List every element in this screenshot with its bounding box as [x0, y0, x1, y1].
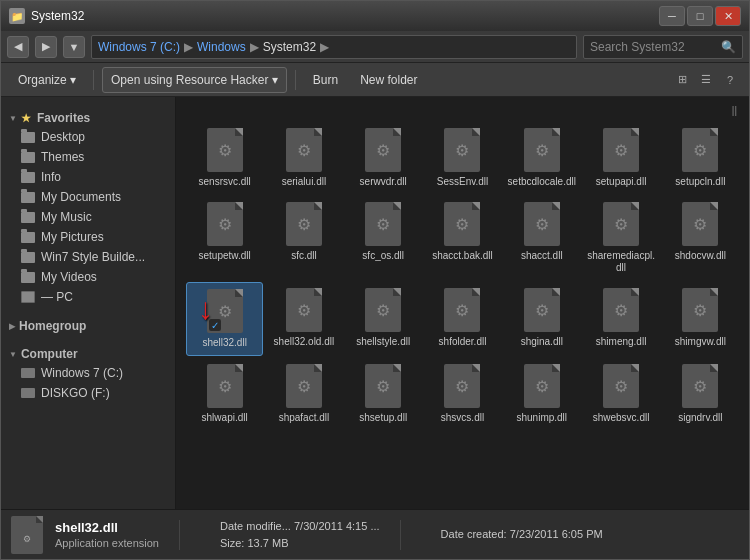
file-name: shimgvw.dll — [675, 336, 726, 348]
file-item[interactable]: ⚙shell32.dll — [186, 282, 263, 356]
grid-view-button[interactable]: ⊞ — [671, 69, 693, 91]
file-name: shsetup.dll — [359, 412, 407, 424]
file-icon: ⚙ — [682, 202, 718, 246]
breadcrumb[interactable]: Windows 7 (C:) ▶ Windows ▶ System32 ▶ — [91, 35, 577, 59]
computer-triangle: ▼ — [9, 350, 17, 359]
file-item[interactable]: ⚙sfc.dll — [265, 196, 342, 280]
search-icon: 🔍 — [721, 40, 736, 54]
file-item[interactable]: ⚙shsetup.dll — [345, 358, 422, 430]
file-item[interactable]: ⚙shdocvw.dll — [662, 196, 739, 280]
drive-icon — [21, 388, 35, 398]
file-name: serwvdr.dll — [360, 176, 407, 188]
file-item[interactable]: ⚙shimeng.dll — [582, 282, 659, 356]
breadcrumb-part3: System32 — [263, 40, 316, 54]
close-button[interactable]: ✕ — [715, 6, 741, 26]
title-bar: 📁 System32 ─ □ ✕ — [1, 1, 749, 31]
file-item[interactable]: ⚙shgina.dll — [503, 282, 580, 356]
dropdown-button[interactable]: ▼ — [63, 36, 85, 58]
view-options: ⊞ ☰ ? — [671, 69, 741, 91]
file-item[interactable]: ⚙signdrv.dll — [662, 358, 739, 430]
file-name: shimeng.dll — [596, 336, 647, 348]
file-name: shwebsvc.dll — [593, 412, 650, 424]
folder-icon — [21, 152, 35, 163]
homegroup-header[interactable]: ▶ Homegroup — [1, 313, 175, 335]
file-grid: ⚙sensrsvc.dll⚙serialui.dll⚙serwvdr.dll⚙S… — [182, 118, 743, 434]
sidebar-item-f-drive[interactable]: DISKGO (F:) — [1, 383, 175, 403]
file-name: shell32.dll — [202, 337, 246, 349]
folder-icon — [21, 252, 35, 263]
sidebar-item-label: Themes — [41, 150, 84, 164]
file-item[interactable]: ⚙shfolder.dll — [424, 282, 501, 356]
file-item[interactable]: ⚙shell32.old.dll — [265, 282, 342, 356]
open-resource-hacker-button[interactable]: Open using Resource Hacker ▾ — [102, 67, 287, 93]
search-box[interactable]: Search System32 🔍 — [583, 35, 743, 59]
file-icon: ⚙ — [444, 202, 480, 246]
file-item[interactable]: ⚙shunimp.dll — [503, 358, 580, 430]
file-icon: ⚙ — [286, 128, 322, 172]
file-item[interactable]: ⚙shacct.dll — [503, 196, 580, 280]
file-item[interactable]: ⚙shellstyle.dll — [345, 282, 422, 356]
burn-button[interactable]: Burn — [304, 67, 347, 93]
file-area[interactable]: || ⚙sensrsvc.dll⚙serialui.dll⚙serwvdr.dl… — [176, 97, 749, 509]
file-item[interactable]: ⚙shwebsvc.dll — [582, 358, 659, 430]
file-icon: ⚙ — [207, 289, 243, 333]
sidebar-item-mypictures[interactable]: My Pictures — [1, 227, 175, 247]
status-divider2 — [400, 520, 401, 550]
file-item[interactable]: ⚙sharemediacpl.dll — [582, 196, 659, 280]
sidebar-item-themes[interactable]: Themes — [1, 147, 175, 167]
organize-button[interactable]: Organize ▾ — [9, 67, 85, 93]
file-item[interactable]: ⚙shacct.bak.dll — [424, 196, 501, 280]
maximize-button[interactable]: □ — [687, 6, 713, 26]
file-icon: ⚙ — [207, 364, 243, 408]
file-name: shdocvw.dll — [675, 250, 726, 262]
file-icon: ⚙ — [524, 128, 560, 172]
minimize-button[interactable]: ─ — [659, 6, 685, 26]
file-name: SessEnv.dll — [437, 176, 489, 188]
status-date-created-area: Date created: 7/23/2011 6:05 PM — [441, 526, 603, 543]
sidebar-item-desktop[interactable]: Desktop — [1, 127, 175, 147]
folder-icon — [21, 212, 35, 223]
folder-icon — [21, 272, 35, 283]
folder-icon — [21, 192, 35, 203]
forward-button[interactable]: ▶ — [35, 36, 57, 58]
computer-header[interactable]: ▼ Computer — [1, 341, 175, 363]
main-area: ▼ ★ Favorites Desktop Themes Info My Doc… — [1, 97, 749, 509]
back-button[interactable]: ◀ — [7, 36, 29, 58]
sidebar-item-mydocuments[interactable]: My Documents — [1, 187, 175, 207]
file-item[interactable]: ⚙sensrsvc.dll — [186, 122, 263, 194]
file-name: shellstyle.dll — [356, 336, 410, 348]
file-item[interactable]: ⚙shsvcs.dll — [424, 358, 501, 430]
file-item[interactable]: ⚙sfc_os.dll — [345, 196, 422, 280]
file-item[interactable]: ⚙serialui.dll — [265, 122, 342, 194]
file-item[interactable]: ⚙shlwapi.dll — [186, 358, 263, 430]
list-view-button[interactable]: ☰ — [695, 69, 717, 91]
sidebar-item-label: DISKGO (F:) — [41, 386, 110, 400]
file-item[interactable]: ⚙setbcdlocale.dll — [503, 122, 580, 194]
address-bar: ◀ ▶ ▼ Windows 7 (C:) ▶ Windows ▶ System3… — [1, 31, 749, 63]
sidebar-item-win7style[interactable]: Win7 Style Builde... — [1, 247, 175, 267]
file-item[interactable]: ⚙setupetw.dll — [186, 196, 263, 280]
file-item[interactable]: ⚙serwvdr.dll — [345, 122, 422, 194]
sidebar-item-mymusic[interactable]: My Music — [1, 207, 175, 227]
sidebar-item-info[interactable]: Info — [1, 167, 175, 187]
window: 📁 System32 ─ □ ✕ ◀ ▶ ▼ Windows 7 (C:) ▶ … — [0, 0, 750, 560]
file-item[interactable]: ⚙SessEnv.dll — [424, 122, 501, 194]
sidebar-item-myvideos[interactable]: My Videos — [1, 267, 175, 287]
file-name: setupetw.dll — [199, 250, 251, 262]
file-icon: ⚙ — [603, 128, 639, 172]
sidebar-item-pc[interactable]: — PC — [1, 287, 175, 307]
favorites-header[interactable]: ▼ ★ Favorites — [1, 105, 175, 127]
help-button[interactable]: ? — [719, 69, 741, 91]
new-folder-button[interactable]: New folder — [351, 67, 426, 93]
file-item[interactable]: ⚙shimgvw.dll — [662, 282, 739, 356]
file-name: shlwapi.dll — [202, 412, 248, 424]
sidebar-item-label: Desktop — [41, 130, 85, 144]
file-item[interactable]: ⚙setupapi.dll — [582, 122, 659, 194]
favorites-star-icon: ★ — [21, 112, 31, 125]
breadcrumb-sep3: ▶ — [320, 40, 329, 54]
file-item[interactable]: ⚙shpafact.dll — [265, 358, 342, 430]
sidebar-item-c-drive[interactable]: Windows 7 (C:) — [1, 363, 175, 383]
status-filename: shell32.dll — [55, 520, 159, 535]
file-item[interactable]: ⚙setupcln.dll — [662, 122, 739, 194]
file-icon: ⚙ — [524, 202, 560, 246]
